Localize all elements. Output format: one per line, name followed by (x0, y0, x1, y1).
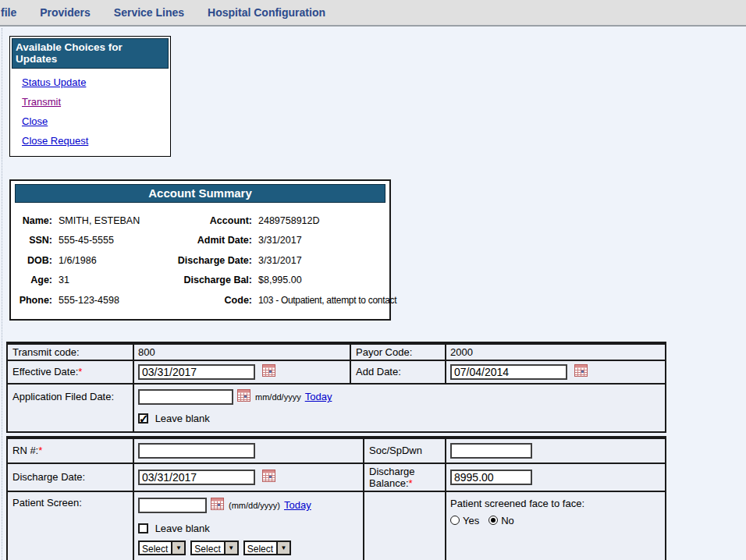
available-choices-panel: Available Choices for Updates Status Upd… (9, 36, 171, 157)
application-filed-date-label: Application Filed Date: (7, 384, 133, 432)
account-value: 2489758912D (258, 215, 383, 226)
page-left-divider (2, 28, 2, 560)
nav-item-service-lines[interactable]: Service Lines (114, 6, 184, 19)
patient-screen-date-input[interactable] (138, 498, 207, 513)
patient-screen-label: Patient Screen: (7, 491, 133, 560)
discharge-date-label: Discharge Date: (157, 255, 252, 266)
patient-screen-leave-blank-checkbox[interactable] (138, 523, 148, 533)
summary-row: DOB: 1/6/1986 Discharge Date: 3/31/2017 (17, 250, 383, 271)
transmit-info-table: Transmit code: 800 Payor Code: 2000 Effe… (6, 342, 666, 433)
add-date-input[interactable] (450, 364, 567, 380)
calendar-icon[interactable] (237, 389, 250, 404)
nav-item-file[interactable]: file (1, 6, 16, 19)
top-nav: file Providers Service Lines Hospital Co… (0, 0, 746, 27)
patient-screen-select-1[interactable]: Select ▼ (138, 541, 186, 555)
discharge-balance-input[interactable] (450, 470, 532, 485)
discharge-date-value: 3/31/2017 (258, 255, 383, 266)
leave-blank-label: Leave blank (155, 523, 210, 534)
date-format-hint: mm/dd/yyyy (255, 392, 301, 402)
face-to-face-no-label: No (501, 515, 514, 526)
transmit-code-label: Transmit code: (7, 344, 133, 360)
calendar-icon[interactable] (262, 470, 275, 484)
nav-item-providers[interactable]: Providers (40, 6, 91, 19)
calendar-icon[interactable] (262, 364, 275, 379)
face-to-face-radio-yes[interactable] (450, 516, 460, 525)
rn-number-input[interactable] (138, 443, 255, 459)
discharge-balance-label: Discharge Balance:* (364, 463, 446, 491)
nav-item-hospital-configuration[interactable]: Hospital Configuration (208, 6, 325, 19)
available-choices-title: Available Choices for Updates (12, 38, 169, 69)
status-update-link[interactable]: Status Update (22, 76, 86, 88)
admit-date-value: 3/31/2017 (258, 235, 383, 246)
phone-value: 555-123-4598 (59, 295, 151, 306)
date-format-hint: (mm/dd/yyyy) (229, 501, 280, 510)
empty-cell (364, 491, 446, 560)
chevron-down-icon: ▼ (171, 542, 184, 554)
payor-code-label: Payor Code: (350, 344, 446, 360)
account-summary-title: Account Summary (15, 184, 385, 203)
summary-row: Phone: 555-123-4598 Code: 103 - Outpatie… (17, 290, 383, 310)
transmit-code-value: 800 (133, 344, 350, 360)
soc-spdwn-input[interactable] (450, 443, 532, 459)
update-form: Transmit code: 800 Payor Code: 2000 Effe… (6, 342, 746, 560)
today-link[interactable]: Today (305, 391, 332, 402)
patient-detail-table: RN #:* Soc/SpDwn Discharge Date: Dischar… (6, 436, 666, 560)
add-date-label: Add Date: (350, 360, 446, 384)
patient-screen-select-2[interactable]: Select ▼ (190, 541, 238, 555)
dob-label: DOB: (17, 255, 52, 266)
discharge-date-field-label: Discharge Date: (7, 463, 133, 491)
patient-screen-select-3[interactable]: Select ▼ (243, 541, 291, 555)
calendar-icon[interactable] (211, 498, 224, 512)
close-request-link[interactable]: Close Request (22, 135, 88, 147)
application-filed-date-input[interactable] (138, 389, 233, 405)
leave-blank-label: Leave blank (155, 413, 210, 424)
phone-label: Phone: (17, 295, 52, 306)
name-value: SMITH, ESTEBAN (59, 215, 151, 226)
discharge-bal-value: $8,995.00 (258, 275, 383, 285)
summary-row: Age: 31 Discharge Bal: $8,995.00 (17, 271, 383, 291)
face-to-face-yes-label: Yes (463, 515, 479, 526)
ssn-value: 555-45-5555 (59, 235, 151, 246)
discharge-bal-label: Discharge Bal: (157, 275, 252, 285)
rn-number-label: RN #:* (7, 438, 133, 463)
soc-spdwn-label: Soc/SpDwn (364, 438, 446, 463)
chevron-down-icon: ▼ (276, 542, 290, 554)
account-summary-body: Name: SMITH, ESTEBAN Account: 2489758912… (11, 206, 389, 310)
today-link[interactable]: Today (284, 499, 311, 511)
payor-code-value: 2000 (446, 344, 666, 360)
chevron-down-icon: ▼ (224, 542, 237, 554)
account-summary-panel: Account Summary Name: SMITH, ESTEBAN Acc… (9, 179, 391, 321)
close-link[interactable]: Close (22, 115, 48, 127)
code-label: Code: (157, 295, 252, 306)
summary-row: Name: SMITH, ESTEBAN Account: 2489758912… (17, 211, 383, 231)
account-label: Account: (157, 215, 252, 226)
effective-date-label: Effective Date:* (7, 360, 133, 384)
code-value: 103 - Outpatient, attempt to contact (258, 295, 396, 306)
discharge-date-input[interactable] (138, 470, 255, 485)
transmit-link[interactable]: Transmit (22, 96, 61, 108)
face-to-face-label: Patient screened face to face: (450, 496, 661, 509)
effective-date-input[interactable] (138, 364, 255, 380)
ssn-label: SSN: (17, 235, 52, 246)
face-to-face-radio-no[interactable] (488, 516, 498, 525)
age-value: 31 (59, 275, 151, 285)
summary-row: SSN: 555-45-5555 Admit Date: 3/31/2017 (17, 231, 383, 251)
age-label: Age: (17, 275, 52, 285)
leave-blank-checkbox[interactable] (138, 413, 148, 424)
dob-value: 1/6/1986 (59, 255, 151, 266)
admit-date-label: Admit Date: (157, 235, 252, 246)
name-label: Name: (17, 215, 52, 226)
calendar-icon[interactable] (574, 364, 588, 379)
